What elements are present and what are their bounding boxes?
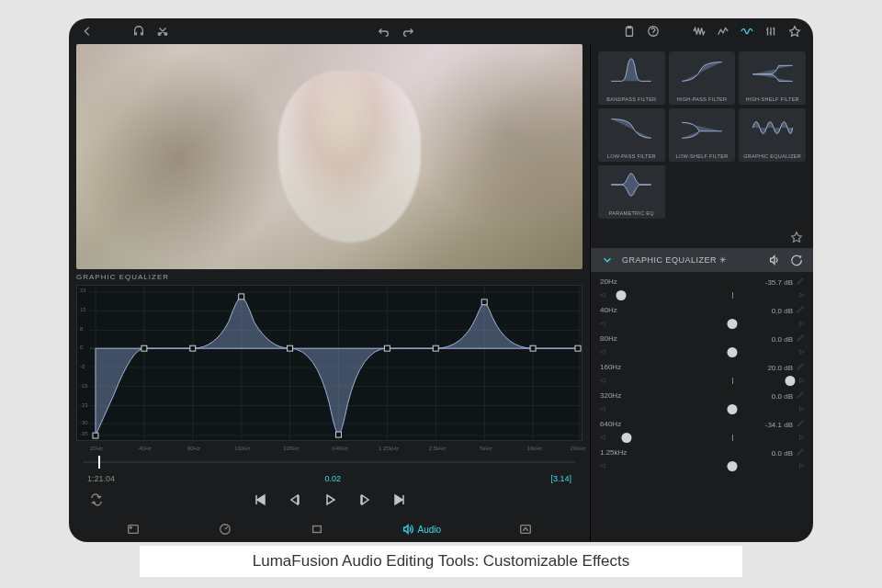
band-slider[interactable] — [608, 351, 796, 354]
skip-start-icon[interactable] — [253, 492, 267, 507]
x-tick: 1.25kHz — [379, 446, 399, 451]
pencil-icon[interactable] — [797, 334, 804, 342]
nudge-right-icon[interactable]: ▷ — [799, 377, 804, 384]
tab-speed-icon[interactable] — [218, 522, 232, 537]
x-tick: 320Hz — [283, 446, 299, 451]
pencil-icon[interactable] — [797, 391, 804, 399]
nudge-left-icon[interactable]: ◁ — [600, 377, 605, 384]
time-current: 1:21.04 — [87, 474, 115, 483]
x-tick: 20kHz — [570, 446, 585, 451]
y-tick: -15 — [80, 383, 88, 389]
filter-tile[interactable]: BANDPASS FILTER — [598, 51, 665, 105]
eq-graph[interactable]: 23 15 8 0 -8 -15 -23 -30 -35 20Hz 40Hz 8… — [76, 285, 582, 441]
pencil-icon[interactable] — [797, 448, 804, 456]
svg-rect-33 — [575, 345, 581, 351]
eq-band-row: 160Hz20.0 dB◁▷ — [600, 361, 804, 387]
band-slider[interactable] — [608, 436, 796, 439]
band-slider[interactable] — [608, 322, 796, 325]
fx-tab-eq-icon[interactable] — [740, 24, 754, 39]
fx-tab-star-icon[interactable] — [787, 24, 802, 39]
eq-band-row: 1.25kHz0.0 dB◁▷ — [600, 447, 804, 472]
headphones-icon[interactable] — [131, 24, 146, 39]
svg-rect-34 — [129, 526, 139, 534]
frame-forward-icon[interactable] — [357, 492, 372, 507]
right-pane: BANDPASS FILTERHIGH-PASS FILTERHIGH-SHEL… — [590, 44, 813, 542]
eq-band-row: 80Hz0.0 dB◁▷ — [600, 333, 804, 358]
svg-rect-32 — [530, 345, 536, 351]
fx-tab-mixer-icon[interactable] — [763, 24, 778, 39]
band-freq: 160Hz — [600, 363, 621, 372]
svg-rect-26 — [239, 294, 244, 300]
chevron-down-icon[interactable] — [600, 253, 615, 267]
tab-color-icon[interactable] — [518, 522, 533, 537]
nudge-left-icon[interactable]: ◁ — [600, 462, 605, 469]
time-offset: 0.02 — [115, 474, 550, 483]
filter-tile[interactable]: LOW-SHELF FILTER — [669, 108, 736, 162]
eq-band-row: 320Hz0.0 dB◁▷ — [600, 390, 804, 415]
band-slider[interactable] — [608, 294, 796, 297]
nudge-left-icon[interactable]: ◁ — [600, 405, 605, 413]
band-freq: 640Hz — [600, 420, 621, 429]
x-tick: 20Hz — [90, 446, 103, 451]
band-value: 0.0 dB — [772, 335, 793, 344]
nudge-left-icon[interactable]: ◁ — [600, 291, 605, 299]
loop-icon[interactable] — [89, 492, 104, 507]
band-freq: 40Hz — [600, 306, 617, 315]
frame-back-icon[interactable] — [288, 492, 302, 507]
filter-tile[interactable]: HIGH-SHELF FILTER — [739, 51, 806, 105]
nudge-right-icon[interactable]: ▷ — [799, 348, 804, 356]
x-tick: 5kHz — [480, 446, 492, 451]
cut-icon[interactable] — [155, 24, 170, 39]
play-icon[interactable] — [322, 492, 337, 507]
video-preview[interactable] — [76, 44, 582, 269]
svg-rect-30 — [433, 345, 438, 351]
band-freq: 80Hz — [600, 334, 617, 344]
back-icon[interactable] — [80, 24, 95, 39]
eq-title: GRAPHIC EQUALIZER — [76, 269, 582, 285]
redo-icon[interactable] — [401, 24, 415, 39]
panel-star-icon[interactable] — [789, 230, 804, 244]
band-freq: 20Hz — [600, 277, 617, 287]
band-slider[interactable] — [608, 379, 796, 382]
clipboard-icon[interactable] — [622, 24, 637, 39]
pencil-icon[interactable] — [797, 363, 804, 370]
x-tick: 40Hz — [139, 446, 152, 451]
band-slider[interactable] — [608, 408, 796, 411]
nudge-right-icon[interactable]: ▷ — [799, 320, 804, 327]
skip-end-icon[interactable] — [392, 492, 407, 507]
tab-frame-icon[interactable] — [126, 522, 141, 537]
nudge-right-icon[interactable]: ▷ — [799, 291, 804, 299]
eq-band-row: 640Hz-34.1 dB◁▷ — [600, 418, 804, 444]
pencil-icon[interactable] — [797, 306, 804, 313]
reset-icon[interactable] — [789, 253, 804, 267]
nudge-left-icon[interactable]: ◁ — [600, 348, 605, 356]
fx-tab-wave-icon[interactable] — [692, 24, 707, 39]
filter-tile[interactable]: PARAMETRIC EQ — [598, 165, 665, 219]
left-pane: GRAPHIC EQUALIZER 23 15 8 — [69, 44, 590, 542]
fx-tab-level-icon[interactable] — [716, 24, 730, 39]
filter-tile[interactable]: HIGH-PASS FILTER — [669, 51, 736, 105]
band-slider[interactable] — [608, 465, 796, 468]
tab-audio[interactable]: Audio — [401, 523, 442, 536]
help-icon[interactable] — [646, 24, 661, 39]
nudge-left-icon[interactable]: ◁ — [600, 434, 605, 441]
nudge-left-icon[interactable]: ◁ — [600, 320, 605, 327]
tab-audio-label: Audio — [418, 525, 442, 535]
nudge-right-icon[interactable]: ▷ — [799, 462, 804, 469]
speaker-icon[interactable] — [767, 253, 782, 267]
band-value: -34.1 dB — [765, 421, 793, 429]
y-tick: 15 — [80, 307, 86, 312]
pencil-icon[interactable] — [797, 420, 804, 427]
undo-icon[interactable] — [377, 24, 391, 39]
svg-rect-29 — [384, 345, 390, 351]
filter-grid: BANDPASS FILTERHIGH-PASS FILTERHIGH-SHEL… — [591, 44, 813, 226]
filter-tile[interactable]: GRAPHIC EQUALIZER — [739, 108, 806, 162]
nudge-right-icon[interactable]: ▷ — [799, 405, 804, 413]
timeline-scrubber[interactable] — [84, 456, 575, 472]
filter-tile[interactable]: LOW-PASS FILTER — [598, 108, 665, 162]
nudge-right-icon[interactable]: ▷ — [799, 434, 804, 441]
pencil-icon[interactable] — [797, 277, 804, 285]
tab-crop-icon[interactable] — [310, 522, 324, 537]
x-tick: 2.5kHz — [429, 446, 447, 451]
svg-rect-25 — [190, 345, 196, 351]
